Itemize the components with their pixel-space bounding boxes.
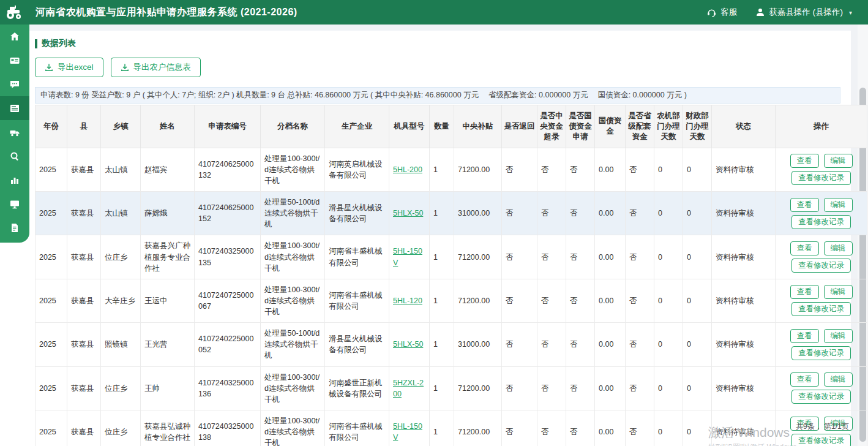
cell-town: 位庄乡 (101, 366, 141, 410)
model-link[interactable]: 5HL-150V (393, 422, 422, 442)
cell-status: 资料待审核 (712, 192, 776, 235)
summary-bar: 申请表数: 9 份 受益户数: 9 户 ( 其中个人: 7户; 组织: 2户 )… (35, 87, 840, 104)
column-header: 国债资金 (595, 105, 626, 148)
sidebar-item-message[interactable] (0, 72, 29, 96)
cell-manufacturer: 河南省丰盛机械有限公司 (325, 235, 389, 279)
cell-status: 资料待审核 (712, 323, 776, 366)
cell-qty: 1 (430, 323, 454, 366)
cell-central_subsidy: 71200.00 (454, 148, 502, 191)
column-header: 机具型号 (389, 105, 430, 148)
cell-manufacturer: 河南省丰盛机械有限公司 (325, 410, 389, 446)
cell-actions: 查看编辑查看修改记录 (776, 148, 867, 191)
sidebar-item-list[interactable] (0, 96, 29, 120)
view-history-button[interactable]: 查看修改记录 (791, 171, 851, 185)
cell-returned: 否 (502, 148, 537, 191)
view-history-button[interactable]: 查看修改记录 (791, 259, 851, 273)
cell-bond_fund: 0.00 (595, 192, 626, 235)
cell-central_over: 否 (537, 279, 566, 322)
cell-bond_fund: 0.00 (595, 148, 626, 191)
cell-bond_fund: 0.00 (595, 279, 626, 322)
app-header: 河南省农机购置与应用补贴申请办理服务系统 (2021-2026) 客服 获嘉县操 (0, 0, 868, 25)
cell-status: 资料待审核 (712, 148, 776, 191)
table-row: 2025获嘉县太山镇薛嫦娥4107240625000152处理量50-100t/… (36, 192, 867, 235)
model-link[interactable]: 5HZXL-200 (393, 379, 424, 398)
main-content: 数据列表 导出excel 导出农户信息表 申请表数: 9 份 受益户数: 9 户… (29, 31, 851, 446)
model-link[interactable]: 5HL-150V (393, 247, 422, 266)
sidebar-nav (0, 25, 29, 243)
sidebar-item-truck[interactable] (0, 120, 29, 144)
cell-model: 5HLX-50 (389, 192, 430, 235)
cell-qty: 1 (430, 192, 454, 235)
sidebar-item-id-card[interactable] (0, 48, 29, 72)
view-history-button[interactable]: 查看修改记录 (791, 346, 851, 360)
customer-service-button[interactable]: 客服 (706, 7, 737, 18)
sidebar-item-search-doc[interactable] (0, 144, 29, 168)
view-button[interactable]: 查看 (790, 285, 819, 299)
user-menu[interactable]: 获嘉县操作 (县操作) ▾ (755, 7, 852, 18)
section-title: 数据列表 (35, 38, 851, 49)
truck-icon (9, 127, 20, 138)
export-excel-button[interactable]: 导出excel (35, 58, 103, 77)
view-history-button[interactable]: 查看修改记录 (791, 390, 851, 404)
edit-button[interactable]: 编辑 (824, 241, 853, 255)
cell-year: 2025 (36, 366, 67, 410)
cell-central_over: 否 (537, 410, 566, 446)
cell-provincial_support: 否 (626, 148, 654, 191)
column-header: 中央补贴 (454, 105, 502, 148)
column-header: 农机部门办理天数 (654, 105, 683, 148)
model-link[interactable]: 5HLX-50 (393, 340, 423, 349)
edit-button[interactable]: 编辑 (824, 198, 853, 212)
cell-qty: 1 (430, 366, 454, 410)
cell-provincial_support: 否 (626, 235, 654, 279)
cell-returned: 否 (502, 235, 537, 279)
cell-provincial_support: 否 (626, 279, 654, 322)
cell-returned: 否 (502, 192, 537, 235)
view-button[interactable]: 查看 (790, 241, 819, 255)
cell-status: 资料待审核 (712, 279, 776, 322)
column-header: 生产企业 (325, 105, 389, 148)
view-button[interactable]: 查看 (790, 154, 819, 168)
download-icon (45, 63, 53, 72)
model-link[interactable]: 5HL-200 (393, 165, 422, 174)
column-header: 数量 (430, 105, 454, 148)
sidebar-item-bar-chart[interactable] (0, 168, 29, 192)
cell-year: 2025 (36, 235, 67, 279)
cell-returned: 否 (502, 410, 537, 446)
cell-category: 处理量100-300t/d连续式谷物烘干机 (261, 235, 325, 279)
id-card-icon (9, 55, 20, 66)
edit-button[interactable]: 编辑 (824, 285, 853, 299)
table-header-row: 年份县乡镇姓名申请表编号分档名称生产企业机具型号数量中央补贴是否退回是否中央资金… (36, 105, 867, 148)
view-history-button[interactable]: 查看修改记录 (791, 302, 851, 316)
cell-town: 太山镇 (101, 192, 141, 235)
edit-button[interactable]: 编辑 (824, 329, 853, 343)
view-button[interactable]: 查看 (790, 198, 819, 212)
sidebar-item-document[interactable] (0, 216, 29, 240)
cell-provincial_support: 否 (626, 366, 654, 410)
cell-manufacturer: 滑县星火机械设备有限公司 (325, 323, 389, 366)
export-farmer-info-label: 导出农户信息表 (133, 62, 192, 73)
cell-provincial_support: 否 (626, 323, 654, 366)
edit-button[interactable]: 编辑 (824, 154, 853, 168)
customer-service-label: 客服 (720, 7, 737, 18)
table-row: 2025获嘉县太山镇赵福宾4107240625000132处理量100-300t… (36, 148, 867, 191)
sidebar-item-monitor[interactable] (0, 192, 29, 216)
cell-qty: 1 (430, 410, 454, 446)
view-history-button[interactable]: 查看修改记录 (791, 215, 851, 229)
sidebar-item-home[interactable] (0, 25, 29, 48)
model-link[interactable]: 5HLX-50 (393, 209, 423, 217)
cell-name: 王光营 (141, 323, 195, 366)
model-link[interactable]: 5HL-120 (393, 297, 422, 305)
export-farmer-info-button[interactable]: 导出农户信息表 (111, 58, 201, 77)
cell-year: 2025 (36, 323, 67, 366)
cell-actions: 查看编辑查看修改记录 (776, 366, 867, 410)
table-row: 2025获嘉县大辛庄乡王运中4107240725000067处理量100-300… (36, 279, 867, 322)
view-button[interactable]: 查看 (790, 372, 819, 387)
column-header: 是否国债资金申请 (566, 105, 595, 148)
cell-bond_fund: 0.00 (595, 410, 626, 446)
cell-bond_fund: 0.00 (595, 366, 626, 410)
cell-name: 获嘉县弘诚种植专业合作社 (141, 410, 195, 446)
view-button[interactable]: 查看 (790, 329, 819, 343)
cell-category: 处理量100-300t/d连续式谷物烘干机 (261, 148, 325, 191)
cell-manufacturer: 河南省丰盛机械有限公司 (325, 279, 389, 322)
edit-button[interactable]: 编辑 (824, 372, 853, 387)
